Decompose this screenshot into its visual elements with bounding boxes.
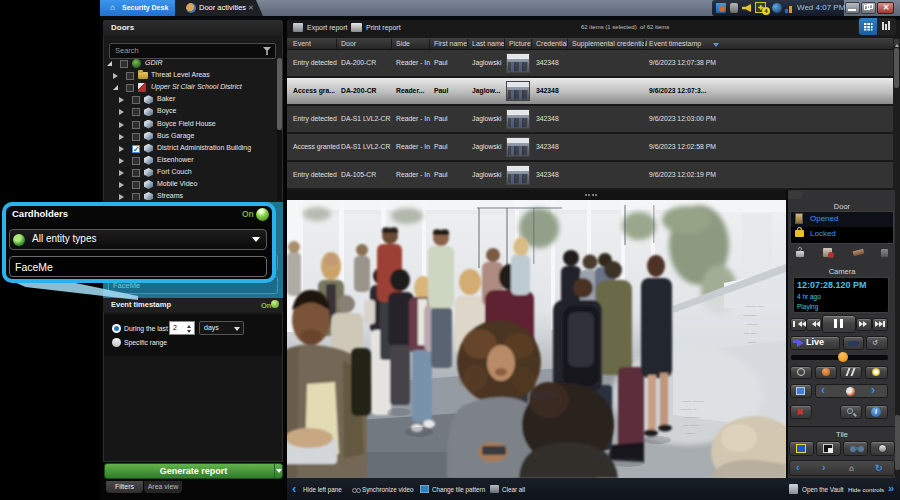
svg-text:—— —: —— —	[745, 303, 764, 309]
svg-text:— —–: — —–	[683, 422, 700, 428]
svg-text:—– ——: —– ——	[683, 398, 705, 404]
svg-text:–——: –——	[743, 312, 758, 318]
svg-text:–—: –—	[748, 339, 757, 345]
svg-text:–—: –—	[686, 430, 695, 436]
svg-text:—— –: —— –	[681, 406, 698, 412]
svg-text:— —: — —	[744, 330, 757, 336]
svg-text:——: ——	[747, 321, 759, 327]
svg-text:–——: –——	[685, 414, 700, 420]
